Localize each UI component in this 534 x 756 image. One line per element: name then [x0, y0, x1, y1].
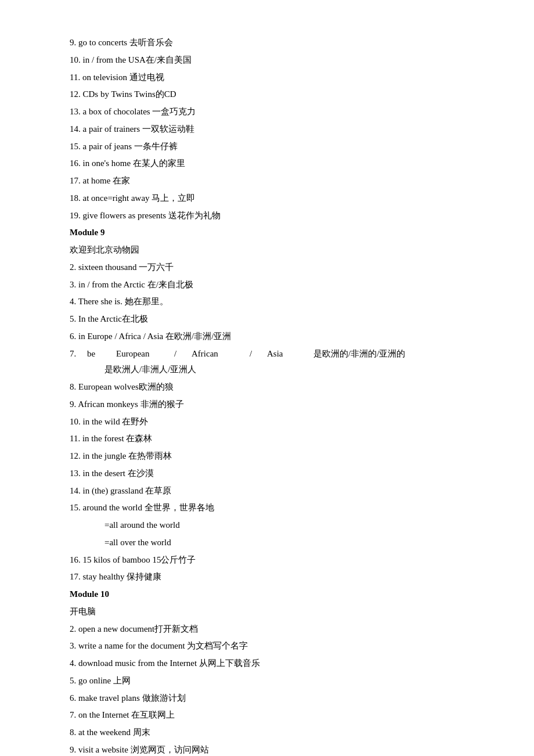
content-line: 17. at home 在家 — [70, 173, 476, 189]
content-line: 10. in the wild 在野外 — [70, 414, 476, 430]
content-line: =all over the world — [70, 535, 476, 551]
content-line: 13. a box of chocolates 一盒巧克力 — [70, 104, 476, 120]
content-line: 10. in / from the USA在/来自美国 — [70, 52, 476, 69]
content-line: 13. in the desert 在沙漠 — [70, 466, 476, 482]
content-line: 19. give flowers as presents 送花作为礼物 — [70, 208, 476, 224]
content-line: 16. 15 kilos of bamboo 15公斤竹子 — [70, 552, 476, 568]
content-line: 4. download music from the Internet 从网上下… — [70, 656, 476, 672]
content-line: 12. in the jungle 在热带雨林 — [70, 448, 476, 465]
content-line: 3. in / from the Arctic 在/来自北极 — [70, 277, 476, 293]
content-line: 2. open a new document打开新文档 — [70, 621, 476, 638]
content-line: 7. on the Internet 在互联网上 — [70, 707, 476, 723]
content-line: =all around the world — [70, 517, 476, 534]
content-line: 9. African monkeys 非洲的猴子 — [70, 397, 476, 413]
content-line: 7.beEuropean/African/Asia是欧洲的/非洲的/亚洲的 — [70, 346, 476, 362]
content-line: 开电脑 — [70, 604, 476, 620]
content-line: 9. visit a website 浏览网页，访问网站 — [70, 742, 476, 756]
content-line: 11. on television 通过电视 — [70, 70, 476, 86]
content-line: 是欧洲人/非洲人/亚洲人 — [70, 362, 476, 378]
content-line: Module 9 — [70, 225, 476, 241]
content-line: 14. a pair of trainers 一双软运动鞋 — [70, 121, 476, 138]
content-line: 15. a pair of jeans 一条牛仔裤 — [70, 139, 476, 155]
content-line: 14. in (the) grassland 在草原 — [70, 483, 476, 499]
content-line: 4. There she is. 她在那里。 — [70, 294, 476, 310]
content-line: 17. stay healthy 保持健康 — [70, 569, 476, 585]
content-line: 8. European wolves欧洲的狼 — [70, 379, 476, 395]
content-line: 6. make travel plans 做旅游计划 — [70, 690, 476, 707]
content-line: 5. go online 上网 — [70, 673, 476, 689]
content-line: 5. In the Arctic在北极 — [70, 311, 476, 327]
content-line: 11. in the forest 在森林 — [70, 431, 476, 447]
content-line: 12. CDs by Twins Twins的CD — [70, 87, 476, 103]
content-line: 欢迎到北京动物园 — [70, 242, 476, 258]
content-line: 15. around the world 全世界，世界各地 — [70, 500, 476, 516]
content-line: 16. in one's home 在某人的家里 — [70, 156, 476, 172]
content-line: 18. at once=right away 马上，立即 — [70, 190, 476, 207]
content-line: Module 10 — [70, 586, 476, 603]
content-line: 3. write a name for the document 为文档写个名字 — [70, 638, 476, 654]
content-line: 8. at the weekend 周末 — [70, 725, 476, 741]
content-line: 2. sixteen thousand 一万六千 — [70, 260, 476, 276]
content-line: 9. go to concerts 去听音乐会 — [70, 35, 476, 51]
content-line: 6. in Europe / Africa / Asia 在欧洲/非洲/亚洲 — [70, 329, 476, 345]
main-content: 9. go to concerts 去听音乐会10. in / from the… — [70, 35, 476, 756]
